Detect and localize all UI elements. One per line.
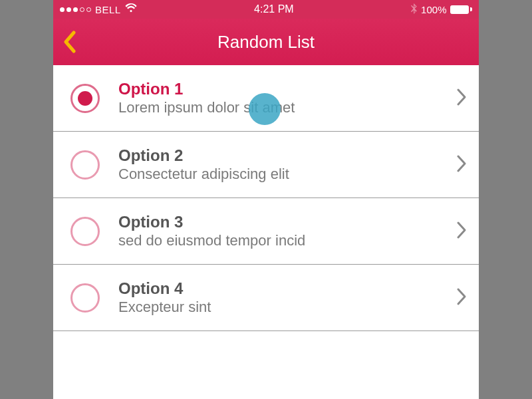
- option-row-2[interactable]: Option 2Consectetur adipiscing elit: [53, 132, 479, 198]
- chevron-right-icon: [456, 154, 467, 176]
- chevron-right-icon: [456, 88, 467, 109]
- radio-icon[interactable]: [70, 217, 100, 246]
- battery-pct: 100%: [421, 4, 446, 15]
- clock: 4:21 PM: [254, 3, 294, 15]
- option-subtitle: Consectetur adipiscing elit: [118, 165, 456, 184]
- option-row-3[interactable]: Option 3sed do eiusmod tempor incid: [53, 198, 479, 265]
- page-title: Random List: [53, 32, 479, 53]
- radio-icon[interactable]: [70, 84, 100, 113]
- carrier-label: BELL: [95, 4, 121, 15]
- option-title: Option 2: [118, 146, 456, 165]
- option-subtitle: Excepteur sint: [118, 298, 456, 317]
- radio-icon[interactable]: [70, 150, 100, 180]
- chevron-right-icon: [456, 221, 467, 242]
- options-list: Option 1Lorem ipsum dolor sit ametOption…: [53, 65, 479, 399]
- chevron-left-icon: [63, 31, 76, 53]
- status-bar: BELL 4:21 PM 100%: [53, 0, 479, 19]
- option-title: Option 4: [118, 279, 456, 298]
- option-title: Option 1: [118, 80, 456, 98]
- option-row-1[interactable]: Option 1Lorem ipsum dolor sit amet: [53, 65, 479, 132]
- signal-dots-icon: [60, 7, 91, 12]
- wifi-icon: [125, 3, 137, 15]
- back-button[interactable]: [53, 19, 86, 65]
- bluetooth-icon: [411, 3, 417, 16]
- option-subtitle: Lorem ipsum dolor sit amet: [118, 98, 456, 117]
- option-title: Option 3: [118, 213, 456, 231]
- option-subtitle: sed do eiusmod tempor incid: [118, 231, 456, 250]
- nav-bar: Random List: [53, 19, 479, 65]
- battery-icon: [450, 5, 472, 14]
- chevron-right-icon: [456, 287, 467, 309]
- radio-icon[interactable]: [70, 283, 100, 313]
- option-row-4[interactable]: Option 4Excepteur sint: [53, 265, 479, 331]
